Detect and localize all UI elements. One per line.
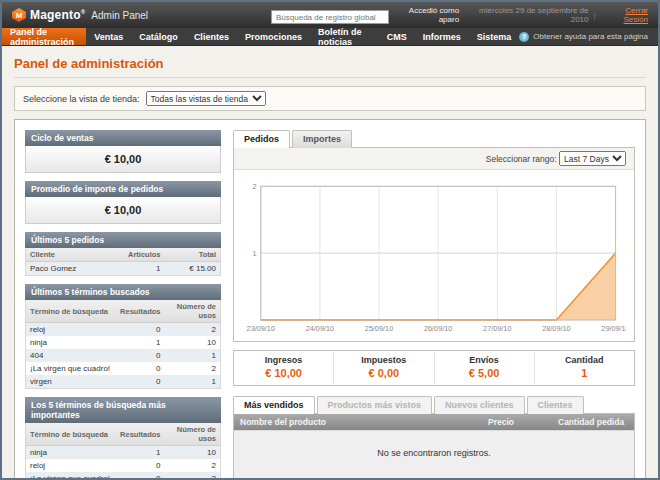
range-select[interactable]: Last 7 Days (559, 151, 626, 166)
store-view-switcher: Seleccione la vista de tienda: Todas las… (14, 86, 646, 111)
column-header-termino-de-busqueda: Término de búsqueda (26, 300, 117, 323)
panel-title: Últimos 5 términos buscados (25, 284, 221, 300)
svg-text:28/09/10: 28/09/10 (542, 324, 570, 333)
range-label: Seleccionar rango: (486, 154, 557, 164)
chart-tabs: PedidosImportes (233, 130, 635, 147)
column-header-precio: Precio (482, 414, 552, 430)
dashboard-right-column: PedidosImportes Seleccionar rango: Last … (233, 130, 635, 480)
tab-productos-mas-vistos[interactable]: Productos más vistos (317, 396, 433, 414)
last-search-terms-table: Término de búsquedaResultadosNúmero de u… (25, 300, 221, 389)
table-row: ¡La virgen que cuadro!02 (26, 472, 221, 480)
top-search-terms-table: Término de búsquedaResultadosNúmero de u… (25, 423, 221, 480)
grid-tabs: Más vendidosProductos más vistosNuevos c… (233, 396, 635, 413)
column-header-resultados: Resultados (116, 423, 164, 446)
separator: | (593, 11, 595, 20)
table-row: ninja110 (26, 446, 221, 460)
tab-nuevos-clientes[interactable]: Nuevos clientes (434, 396, 525, 414)
panel-title: Últimos 5 pedidos (25, 232, 221, 248)
user-area: Accedió como aparo miércoles 29 de septi… (389, 6, 648, 24)
column-header-termino-de-busqueda: Término de búsqueda (26, 423, 117, 446)
last-orders-table: ClienteArtículosTotalPaco Gomez1€ 15.00 (25, 248, 221, 276)
column-header-nombre-del-producto: Nombre del producto (234, 414, 482, 430)
orders-chart: 1223/09/1024/09/1025/09/1026/09/1027/09/… (234, 170, 634, 341)
brand-name: Magento® (30, 8, 85, 22)
column-header-resultados: Resultados (116, 300, 164, 323)
current-date: miércoles 29 de septiembre de 2010 (464, 6, 588, 24)
svg-text:23/09/10: 23/09/10 (247, 324, 275, 333)
help-icon: ? (519, 32, 529, 42)
column-header-numero-de-usos: Número de usos (165, 300, 221, 323)
trademark: ® (81, 9, 86, 15)
nav-item-sistema[interactable]: Sistema (469, 28, 520, 45)
average-order-value: € 10,00 (25, 197, 221, 224)
last-orders-panel: Últimos 5 pedidos ClienteArtículosTotalP… (25, 232, 221, 276)
nav-item-promociones[interactable]: Promociones (237, 28, 310, 45)
column-header-total: Total (165, 248, 221, 262)
panel-title: Promedio de importe de pedidos (25, 181, 221, 197)
panel-title: Los 5 términos de búsqueda más important… (25, 397, 221, 423)
stat-impuestos: Impuestos€ 0,00 (333, 351, 433, 385)
top-bar: M Magento® Admin Panel Accedió como apar… (2, 2, 658, 28)
tab-importes[interactable]: Importes (292, 130, 352, 148)
magento-logo: M Magento® Admin Panel (12, 8, 271, 22)
dashboard: Ciclo de ventas € 10,00 Promedio de impo… (14, 119, 646, 480)
tab-pedidos[interactable]: Pedidos (233, 130, 290, 148)
column-header-numero-de-usos: Número de usos (165, 423, 221, 446)
svg-text:27/09/10: 27/09/10 (483, 324, 511, 333)
table-row: virgen01 (26, 375, 221, 389)
global-search (271, 6, 389, 25)
last-search-terms-panel: Últimos 5 términos buscados Término de b… (25, 284, 221, 389)
lifetime-sales-panel: Ciclo de ventas € 10,00 (25, 130, 221, 173)
range-bar: Seleccionar rango: Last 7 Days (234, 148, 634, 170)
brand-suffix: Admin Panel (91, 10, 148, 21)
logged-in-user: Accedió como aparo (389, 6, 459, 24)
global-search-input[interactable] (271, 10, 389, 24)
nav-item-panel-de-administracion[interactable]: Panel de administración (2, 28, 86, 45)
svg-text:25/09/10: 25/09/10 (365, 324, 393, 333)
column-header-cantidad-pedida: Cantidad pedida (552, 414, 634, 430)
panel-title: Ciclo de ventas (25, 130, 221, 146)
dashboard-left-column: Ciclo de ventas € 10,00 Promedio de impo… (25, 130, 221, 480)
table-row: reloj02 (26, 323, 221, 337)
store-view-label: Seleccione la vista de tienda: (23, 94, 140, 104)
nav-item-boletin-de-noticias[interactable]: Boletín de noticias (310, 28, 379, 45)
page-title: Panel de administración (14, 52, 646, 78)
nav-item-informes[interactable]: Informes (415, 28, 469, 45)
main-nav: Panel de administraciónVentasCatálogoCli… (2, 28, 658, 46)
nav-items: Panel de administraciónVentasCatálogoCli… (2, 28, 519, 45)
content-area: Panel de administración Seleccione la vi… (2, 46, 658, 480)
table-row: 40401 (26, 349, 221, 362)
products-table: Nombre del productoPrecioCantidad pedida (234, 414, 634, 430)
nav-item-cms[interactable]: CMS (379, 28, 415, 45)
lifetime-sales-value: € 10,00 (25, 146, 221, 173)
nav-item-catalogo[interactable]: Catálogo (131, 28, 186, 45)
help-label: Obtener ayuda para esta página (533, 32, 648, 41)
svg-text:26/09/10: 26/09/10 (424, 324, 452, 333)
svg-text:1: 1 (253, 249, 257, 258)
totals-row: Ingresos€ 10,00Impuestos€ 0,00Envíos€ 5,… (233, 350, 635, 386)
svg-text:2: 2 (253, 182, 257, 191)
magento-logo-icon: M (12, 8, 26, 22)
svg-text:29/09/10: 29/09/10 (601, 324, 626, 333)
column-header-articulos: Artículos (124, 248, 165, 262)
tab-clientes[interactable]: Clientes (527, 396, 584, 414)
svg-text:24/09/10: 24/09/10 (306, 324, 334, 333)
nav-item-clientes[interactable]: Clientes (186, 28, 237, 45)
help-link[interactable]: ? Obtener ayuda para esta página (519, 28, 658, 45)
stat-ingresos: Ingresos€ 10,00 (234, 351, 333, 385)
products-grid: Nombre del productoPrecioCantidad pedida… (233, 413, 635, 480)
chart-box: Seleccionar rango: Last 7 Days 1223/09/1… (233, 147, 635, 342)
top-search-terms-panel: Los 5 términos de búsqueda más important… (25, 397, 221, 480)
table-row: ninja110 (26, 336, 221, 349)
column-header-cliente: Cliente (26, 248, 124, 262)
magento-admin-window: M Magento® Admin Panel Accedió como apar… (0, 0, 660, 480)
stat-cantidad: Cantidad1 (534, 351, 634, 385)
average-order-panel: Promedio de importe de pedidos € 10,00 (25, 181, 221, 224)
table-row: Paco Gomez1€ 15.00 (26, 262, 221, 276)
logout-link[interactable]: Cerrar Sesión (601, 6, 648, 24)
table-row: reloj02 (26, 459, 221, 472)
nav-item-ventas[interactable]: Ventas (86, 28, 131, 45)
table-row: ¡La virgen que cuadro!02 (26, 362, 221, 375)
store-view-select[interactable]: Todas las vistas de tienda (146, 91, 266, 106)
tab-mas-vendidos[interactable]: Más vendidos (233, 396, 315, 414)
